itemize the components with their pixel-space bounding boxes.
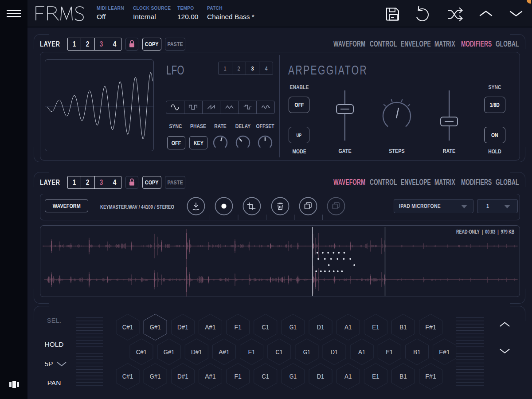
svg-text:G#1: G#1 (150, 372, 161, 380)
svg-text:G1: G1 (289, 323, 297, 331)
svg-text:F1: F1 (234, 323, 241, 331)
svg-text:D1: D1 (331, 348, 338, 356)
svg-text:B1: B1 (399, 323, 407, 331)
svg-text:D1: D1 (317, 372, 324, 380)
svg-text:C1: C1 (262, 372, 269, 380)
svg-text:B1: B1 (413, 348, 420, 356)
svg-text:E1: E1 (386, 348, 393, 356)
svg-text:C1: C1 (262, 323, 269, 331)
svg-text:D#1: D#1 (177, 323, 188, 331)
svg-text:G#1: G#1 (164, 348, 175, 356)
svg-text:F1: F1 (248, 348, 255, 356)
svg-text:D#1: D#1 (177, 372, 188, 380)
svg-text:D#1: D#1 (191, 348, 202, 356)
svg-text:A1: A1 (344, 372, 352, 380)
svg-text:F#1: F#1 (425, 372, 436, 380)
svg-text:G1: G1 (303, 348, 310, 356)
svg-text:E1: E1 (372, 323, 379, 331)
svg-text:A1: A1 (344, 323, 352, 331)
svg-text:G1: G1 (289, 372, 297, 380)
svg-text:F#1: F#1 (439, 348, 450, 356)
svg-text:C#1: C#1 (122, 372, 133, 380)
svg-text:D1: D1 (317, 323, 324, 331)
svg-text:C#1: C#1 (122, 323, 133, 331)
svg-text:A1: A1 (358, 348, 365, 356)
svg-text:F#1: F#1 (425, 323, 436, 331)
svg-text:C#1: C#1 (136, 348, 147, 356)
svg-text:E1: E1 (372, 372, 379, 380)
svg-text:G#1: G#1 (150, 323, 161, 331)
svg-text:A#1: A#1 (219, 348, 230, 356)
svg-text:C1: C1 (276, 348, 283, 356)
svg-text:A#1: A#1 (205, 372, 216, 380)
svg-text:A#1: A#1 (205, 323, 216, 331)
svg-text:F1: F1 (234, 372, 241, 380)
svg-text:B1: B1 (399, 372, 407, 380)
